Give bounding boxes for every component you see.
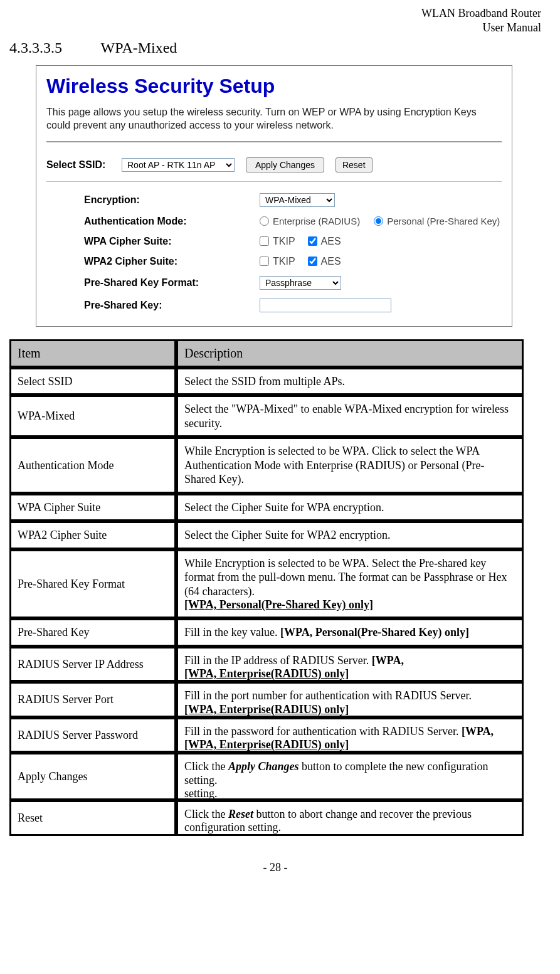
label-psk-format: Pre-Shared Key Format: bbox=[46, 277, 260, 288]
table-row: RADIUS Server IP Address Fill in the IP … bbox=[9, 647, 524, 682]
label-wpa-cipher: WPA Cipher Suite: bbox=[46, 236, 260, 247]
item-cell: WPA-Mixed bbox=[9, 395, 176, 437]
radio-enterprise[interactable] bbox=[260, 216, 269, 226]
encryption-dropdown[interactable]: WPA-Mixed bbox=[260, 193, 335, 207]
checkbox-wpa2-aes-text: AES bbox=[321, 256, 341, 267]
table-row: RADIUS Server Password Fill in the passw… bbox=[9, 717, 524, 753]
table-row: Select SSID Select the SSID from multipl… bbox=[9, 368, 524, 396]
description-table: Item Description Select SSID Select the … bbox=[9, 339, 524, 837]
desc-cell: Select the "WPA-Mixed" to enable WPA-Mix… bbox=[176, 395, 524, 437]
item-cell: WPA2 Cipher Suite bbox=[9, 521, 176, 549]
note-text: [WPA, Personal(Pre-Shared Key) only] bbox=[280, 626, 469, 638]
item-cell: RADIUS Server IP Address bbox=[9, 647, 176, 682]
desc-cell: While Encryption is selected to be WPA. … bbox=[176, 549, 524, 619]
desc-cell: Fill in the port number for authenticati… bbox=[176, 682, 524, 717]
sub-divider bbox=[46, 181, 502, 182]
table-row: Pre-Shared Key Format While Encryption i… bbox=[9, 549, 524, 619]
item-cell: Reset bbox=[9, 800, 176, 837]
checkbox-wpa-aes-label[interactable]: AES bbox=[308, 236, 341, 247]
label-encryption: Encryption: bbox=[46, 194, 260, 206]
psk-format-dropdown[interactable]: Passphrase bbox=[260, 276, 341, 290]
wireless-security-screenshot: Wireless Security Setup This page allows… bbox=[36, 65, 512, 327]
table-row: Apply Changes Click the Apply Changes bu… bbox=[9, 753, 524, 800]
label-select-ssid: Select SSID: bbox=[46, 159, 122, 171]
radio-enterprise-text: Enterprise (RADIUS) bbox=[273, 216, 360, 226]
item-cell: Pre-Shared Key Format bbox=[9, 549, 176, 619]
radio-personal[interactable] bbox=[374, 216, 383, 226]
table-row: WPA-Mixed Select the "WPA-Mixed" to enab… bbox=[9, 395, 524, 437]
label-wpa2-cipher: WPA2 Cipher Suite: bbox=[46, 256, 260, 267]
item-cell: Apply Changes bbox=[9, 753, 176, 800]
doc-header: WLAN Broadband Router User Manual bbox=[9, 6, 541, 36]
desc-cell: Select the Cipher Suite for WPA2 encrypt… bbox=[176, 521, 524, 549]
header-item: Item bbox=[9, 339, 176, 368]
checkbox-wpa2-aes-label[interactable]: AES bbox=[308, 256, 341, 267]
note-text: [WPA, Enterprise(RADIUS) only] bbox=[184, 703, 515, 716]
psk-input[interactable] bbox=[260, 299, 391, 312]
item-cell: Authentication Mode bbox=[9, 437, 176, 494]
reset-button[interactable]: Reset bbox=[335, 157, 372, 172]
note-text: [WPA, Personal(Pre-Shared Key) only] bbox=[184, 598, 373, 611]
desc-cell: Fill in the IP address of RADIUS Server.… bbox=[176, 647, 524, 682]
table-row: Authentication Mode While Encryption is … bbox=[9, 437, 524, 494]
page-title: Wireless Security Setup bbox=[46, 75, 502, 98]
radio-personal-text: Personal (Pre-Shared Key) bbox=[387, 216, 500, 226]
apply-changes-button[interactable]: Apply Changes bbox=[246, 157, 324, 172]
desc-cell: Select the SSID from multiple APs. bbox=[176, 368, 524, 396]
item-cell: Select SSID bbox=[9, 368, 176, 396]
select-ssid-dropdown[interactable]: Root AP - RTK 11n AP bbox=[122, 158, 235, 172]
doc-header-line2: User Manual bbox=[483, 21, 541, 34]
item-cell: Pre-Shared Key bbox=[9, 618, 176, 647]
table-row: WPA Cipher Suite Select the Cipher Suite… bbox=[9, 494, 524, 522]
radio-enterprise-label[interactable]: Enterprise (RADIUS) bbox=[260, 216, 360, 226]
note-text: [WPA, Enterprise(RADIUS) only] bbox=[184, 738, 515, 751]
checkbox-wpa-tkip[interactable] bbox=[260, 236, 269, 246]
checkbox-wpa2-aes[interactable] bbox=[308, 257, 317, 266]
table-row: Reset Click the Reset button to abort ch… bbox=[9, 800, 524, 837]
section-heading: 4.3.3.3.5 WPA-Mixed bbox=[9, 40, 541, 56]
checkbox-wpa2-tkip-text: TKIP bbox=[273, 256, 295, 267]
item-cell: RADIUS Server Port bbox=[9, 682, 176, 717]
checkbox-wpa2-tkip[interactable] bbox=[260, 257, 269, 266]
desc-cell: While Encryption is selected to be WPA. … bbox=[176, 437, 524, 494]
item-cell: WPA Cipher Suite bbox=[9, 494, 176, 522]
header-description: Description bbox=[176, 339, 524, 368]
label-auth-mode: Authentication Mode: bbox=[46, 216, 260, 227]
note-text: [WPA, Enterprise(RADIUS) only] bbox=[184, 667, 515, 680]
table-row: RADIUS Server Port Fill in the port numb… bbox=[9, 682, 524, 717]
divider bbox=[46, 141, 502, 142]
checkbox-wpa2-tkip-label[interactable]: TKIP bbox=[260, 256, 295, 267]
section-title: WPA-Mixed bbox=[101, 40, 177, 56]
desc-cell: Fill in the password for authentication … bbox=[176, 717, 524, 753]
checkbox-wpa-aes[interactable] bbox=[308, 236, 317, 246]
checkbox-wpa-tkip-label[interactable]: TKIP bbox=[260, 236, 295, 247]
table-row: WPA2 Cipher Suite Select the Cipher Suit… bbox=[9, 521, 524, 549]
section-number: 4.3.3.3.5 bbox=[9, 40, 97, 56]
table-header-row: Item Description bbox=[9, 339, 524, 368]
desc-cell: Click the Apply Changes button to comple… bbox=[176, 753, 524, 800]
label-psk: Pre-Shared Key: bbox=[46, 300, 260, 311]
desc-cell: Select the Cipher Suite for WPA encrypti… bbox=[176, 494, 524, 522]
item-cell: RADIUS Server Password bbox=[9, 717, 176, 753]
desc-cell: Click the Reset button to abort change a… bbox=[176, 800, 524, 837]
radio-personal-label[interactable]: Personal (Pre-Shared Key) bbox=[374, 216, 500, 226]
page-number: - 28 - bbox=[9, 861, 541, 874]
page-description: This page allows you setup the wireless … bbox=[46, 105, 502, 132]
checkbox-wpa-aes-text: AES bbox=[321, 236, 341, 247]
checkbox-wpa-tkip-text: TKIP bbox=[273, 236, 295, 247]
desc-cell: Fill in the key value. [WPA, Personal(Pr… bbox=[176, 618, 524, 647]
doc-header-line1: WLAN Broadband Router bbox=[421, 7, 541, 19]
table-row: Pre-Shared Key Fill in the key value. [W… bbox=[9, 618, 524, 647]
